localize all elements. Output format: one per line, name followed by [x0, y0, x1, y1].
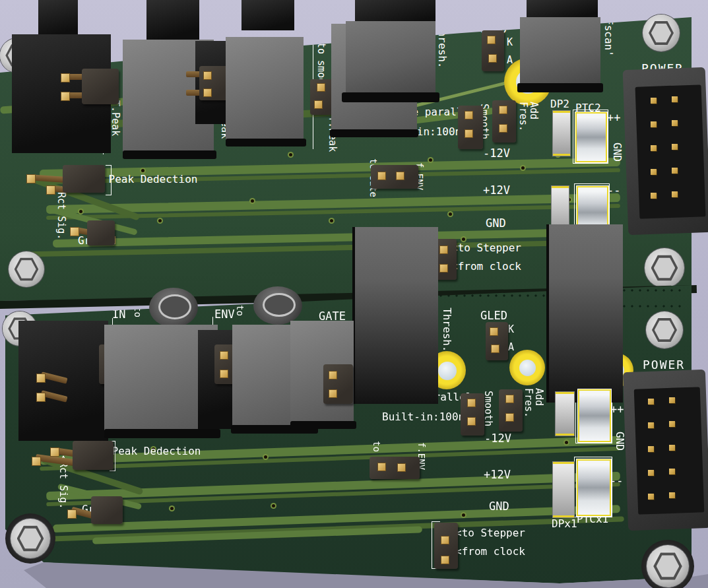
pin-tip	[50, 447, 59, 457]
gold-pad	[467, 399, 476, 407]
jack-barrel-ring	[158, 294, 191, 319]
gold-pad	[505, 413, 514, 422]
gold-pad	[467, 417, 476, 426]
connector-pin	[648, 470, 654, 476]
audio-jack-rear	[546, 224, 623, 403]
smd-diode	[556, 392, 574, 436]
connector-pin	[669, 421, 675, 427]
jack-shadow	[290, 421, 356, 429]
screw	[646, 311, 683, 348]
gold-pad	[220, 351, 228, 360]
gold-pad	[220, 370, 228, 378]
jack-barrel-ring	[263, 293, 296, 317]
hex-socket	[653, 552, 682, 581]
gold-pad	[441, 556, 449, 564]
gold-pad	[329, 371, 337, 379]
bottom-board-components	[0, 0, 708, 588]
pin-tip	[36, 393, 46, 402]
screw	[647, 545, 689, 587]
smd-diode	[553, 462, 574, 517]
hex-socket-inner	[20, 528, 42, 550]
gold-pad	[490, 327, 498, 336]
pcb-3d-viewport[interactable]: IN T.Peak ENV f.Peak GATE to smooth f.Pe…	[0, 0, 708, 588]
connector-pin	[648, 446, 654, 452]
connector-pin	[669, 445, 675, 451]
pin-tip	[67, 509, 77, 519]
hex-socket	[17, 525, 44, 552]
jack-shadow	[104, 429, 220, 438]
gold-pad	[397, 463, 406, 472]
gold-pad	[491, 344, 499, 353]
hex-socket-inner	[655, 320, 674, 340]
connector-pin	[669, 397, 675, 403]
pin-tip	[32, 457, 41, 466]
connector-pin	[648, 422, 654, 428]
pin-header	[323, 364, 353, 404]
smd-ptc-fuse	[577, 459, 611, 516]
pin-header	[91, 496, 123, 524]
gold-pad	[377, 463, 386, 471]
pin-header	[73, 441, 113, 470]
connector-pin	[669, 492, 675, 498]
pin-tip	[36, 374, 46, 383]
hex-socket	[652, 317, 677, 343]
smd-ptc-fuse	[578, 389, 611, 442]
connector-pin	[648, 494, 654, 500]
gold-pad	[505, 395, 514, 403]
audio-jack-rear	[352, 227, 438, 404]
screw	[11, 519, 50, 558]
gold-pad	[441, 536, 449, 544]
hex-socket-inner	[657, 555, 680, 578]
connector-pin	[648, 399, 654, 405]
connector-pin	[669, 469, 675, 474]
gold-pad	[329, 389, 337, 398]
